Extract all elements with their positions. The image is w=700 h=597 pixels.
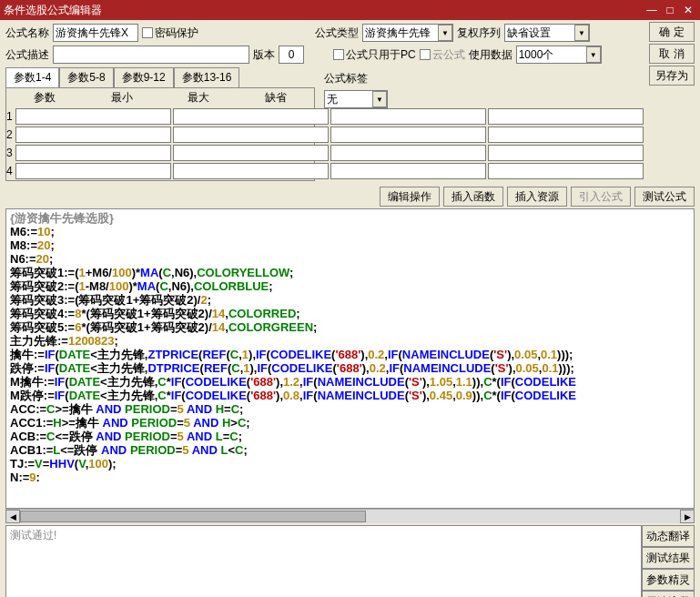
param-input[interactable] (15, 126, 171, 143)
window-title: 条件选股公式编辑器 (4, 3, 642, 18)
scrollbar-thumb[interactable] (20, 511, 366, 522)
param-input[interactable] (173, 108, 329, 125)
code-editor[interactable]: {游资擒牛先锋选股}M6:=10;M8:=20;N6:=20;筹码突破1:=(1… (5, 208, 695, 509)
side-button[interactable]: 参数精灵 (642, 569, 695, 591)
edit-op-button[interactable]: 编辑操作 (380, 187, 440, 207)
formula-type-label: 公式类型 (315, 25, 359, 41)
pwd-protect-checkbox[interactable]: 密码保护 (142, 25, 198, 41)
use-data-select[interactable]: 1000个▼ (516, 46, 602, 64)
save-as-button[interactable]: 另存为 (649, 66, 695, 86)
param-header: 最大 (160, 88, 238, 107)
cloud-formula-checkbox[interactable]: 云公式 (420, 47, 465, 63)
titlebar: 条件选股公式编辑器 — □ ✕ (0, 0, 700, 20)
param-input[interactable] (15, 145, 171, 161)
reset-seq-select[interactable]: 缺省设置▼ (504, 24, 590, 42)
param-tab[interactable]: 参数1-4 (5, 67, 59, 87)
formula-name-label: 公式名称 (5, 25, 49, 41)
param-row: 4 (6, 162, 314, 180)
version-input[interactable] (279, 46, 304, 64)
insert-res-button[interactable]: 插入资源 (507, 187, 567, 207)
maximize-icon[interactable]: □ (662, 3, 678, 17)
use-data-label: 使用数据 (469, 47, 512, 63)
param-tab[interactable]: 参数5-8 (59, 67, 113, 87)
param-row: 2 (6, 126, 314, 144)
close-icon[interactable]: ✕ (680, 3, 696, 17)
chevron-down-icon: ▼ (586, 46, 601, 63)
side-button[interactable]: 用法注释 (642, 591, 695, 597)
scroll-right-icon[interactable]: ▶ (680, 510, 695, 523)
param-header: 缺省 (238, 88, 315, 107)
param-tab[interactable]: 参数13-16 (174, 67, 240, 87)
param-input[interactable] (173, 145, 329, 161)
version-label: 版本 (253, 47, 275, 63)
param-row: 3 (6, 144, 314, 162)
param-input[interactable] (173, 163, 329, 179)
param-row: 1 (6, 107, 314, 126)
import-formula-button[interactable]: 引入公式 (571, 187, 631, 207)
cancel-button[interactable]: 取 消 (649, 44, 695, 64)
ok-button[interactable]: 确 定 (649, 22, 695, 42)
param-header: 最小 (84, 88, 161, 107)
param-input[interactable] (173, 126, 329, 143)
test-formula-button[interactable]: 测试公式 (634, 187, 695, 207)
formula-name-input[interactable] (53, 24, 138, 42)
formula-tag-select[interactable]: 无▼ (324, 90, 388, 108)
formula-type-select[interactable]: 游资擒牛先锋▼ (362, 24, 453, 42)
insert-fn-button[interactable]: 插入函数 (443, 187, 503, 207)
reset-seq-label: 复权序列 (457, 25, 501, 41)
param-header: 参数 (6, 88, 84, 107)
chevron-down-icon: ▼ (574, 25, 589, 41)
param-input[interactable] (15, 108, 171, 125)
chevron-down-icon: ▼ (372, 91, 387, 107)
horizontal-scrollbar[interactable]: ◀ ▶ (5, 509, 695, 523)
param-input[interactable] (15, 163, 171, 179)
minimize-icon[interactable]: — (644, 3, 660, 17)
param-tab[interactable]: 参数9-12 (114, 67, 174, 87)
side-button[interactable]: 测试结果 (642, 547, 695, 569)
chevron-down-icon: ▼ (438, 25, 452, 41)
output-panel: 测试通过! (5, 525, 642, 597)
formula-tag-label: 公式标签 (324, 71, 368, 86)
side-button[interactable]: 动态翻译 (642, 525, 695, 547)
formula-desc-label: 公式描述 (5, 47, 49, 63)
formula-desc-input[interactable] (53, 46, 249, 64)
pc-only-checkbox[interactable]: 公式只用于PC (333, 47, 416, 63)
scroll-left-icon[interactable]: ◀ (5, 510, 20, 523)
